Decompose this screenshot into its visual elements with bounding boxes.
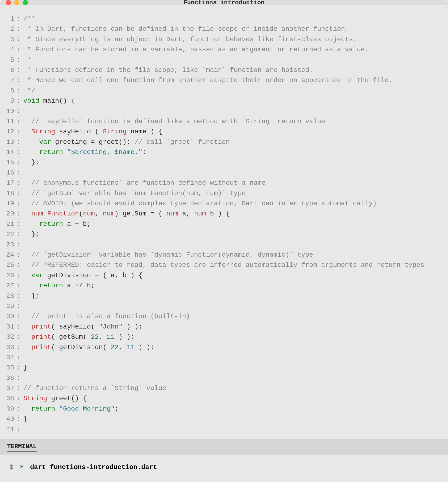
code-line[interactable]: 40:} xyxy=(0,414,448,424)
line-number: 31 xyxy=(0,322,16,332)
code-content: } xyxy=(24,414,27,424)
code-line[interactable]: 36: xyxy=(0,373,448,383)
code-line[interactable]: 22: }; xyxy=(0,229,448,239)
code-line[interactable]: 4: * Functions can be stored in a variab… xyxy=(0,44,448,55)
arrow-icon: ➤ xyxy=(17,464,26,471)
code-line[interactable]: 41: xyxy=(0,424,448,434)
code-line[interactable]: 34: xyxy=(0,352,448,362)
titlebar[interactable]: Functions introduction xyxy=(0,0,448,5)
code-line[interactable]: 12: String sayHello ( String name ) { xyxy=(0,127,448,137)
line-number: 32 xyxy=(0,332,16,342)
code-content: print( getSum( 22, 11 ) ); xyxy=(24,332,135,342)
code-line[interactable]: 10: xyxy=(0,106,448,116)
line-number: 24 xyxy=(0,250,16,260)
line-number: 19 xyxy=(0,198,16,209)
code-line[interactable]: 18: // `getSum` variable has `num Functi… xyxy=(0,188,448,198)
line-number: 14 xyxy=(0,147,16,157)
gutter-separator: : xyxy=(16,96,24,106)
gutter-separator: : xyxy=(16,404,24,414)
code-line[interactable]: 37:// function returns a `String` value xyxy=(0,383,448,393)
code-content: }; xyxy=(24,157,39,168)
code-line[interactable]: 16: xyxy=(0,168,448,178)
code-line[interactable]: 35:} xyxy=(0,362,448,373)
code-line[interactable]: 29: xyxy=(0,301,448,311)
code-line[interactable]: 26: var getDivision = ( a, b ) { xyxy=(0,270,448,281)
line-number: 1 xyxy=(0,14,16,24)
code-line[interactable]: 3: * Since everything is an object in Da… xyxy=(0,34,448,44)
code-content: }; xyxy=(24,229,39,239)
code-line[interactable]: 25: // PREFERRED: easier to read, data t… xyxy=(0,260,448,270)
code-line[interactable]: 38:String greet() { xyxy=(0,393,448,403)
minimize-icon[interactable] xyxy=(14,0,19,5)
gutter-separator: : xyxy=(16,178,24,188)
code-line[interactable]: 30: // `print` is also a function (built… xyxy=(0,311,448,321)
code-line[interactable]: 39: return "Good Morning"; xyxy=(0,404,448,414)
terminal-tabbar: TERMINAL xyxy=(0,439,448,455)
terminal-output[interactable]: $ ➤ dart functions-introduction.dart Goo… xyxy=(0,455,448,482)
code-content: // `print` is also a function (built-in) xyxy=(24,311,190,321)
line-number: 35 xyxy=(0,362,16,373)
line-number: 25 xyxy=(0,260,16,270)
line-number: 38 xyxy=(0,393,16,403)
code-content: return a ~/ b; xyxy=(24,281,95,291)
gutter-separator: : xyxy=(16,14,24,24)
gutter-separator: : xyxy=(16,322,24,332)
line-number: 29 xyxy=(0,301,16,311)
gutter-separator: : xyxy=(16,157,24,168)
code-content: // `getSum` variable has `num Function(n… xyxy=(24,188,246,198)
gutter-separator: : xyxy=(16,127,24,137)
gutter-separator: : xyxy=(16,116,24,127)
code-content: return "$greeting, $name."; xyxy=(24,147,147,157)
line-number: 18 xyxy=(0,188,16,198)
line-number: 5 xyxy=(0,55,16,65)
code-line[interactable]: 20: num Function(num, num) getSum = ( nu… xyxy=(0,209,448,219)
code-line[interactable]: 23: xyxy=(0,240,448,250)
code-line[interactable]: 32: print( getSum( 22, 11 ) ); xyxy=(0,332,448,342)
maximize-icon[interactable] xyxy=(23,0,28,5)
gutter-separator: : xyxy=(16,168,24,178)
code-content: var getDivision = ( a, b ) { xyxy=(24,270,142,281)
code-line[interactable]: 8: */ xyxy=(0,86,448,96)
code-line[interactable]: 6: * Functions defined in the file scope… xyxy=(0,65,448,75)
gutter-separator: : xyxy=(16,24,24,34)
line-number: 2 xyxy=(0,24,16,34)
line-number: 33 xyxy=(0,342,16,352)
code-line[interactable]: 27: return a ~/ b; xyxy=(0,281,448,291)
code-content: // AVOID: (we should avoid complex type … xyxy=(24,198,377,209)
code-editor[interactable]: 1:/**2: * In Dart, functions can be defi… xyxy=(0,5,448,439)
code-line[interactable]: 31: print( sayHello( "John" ) ); xyxy=(0,322,448,332)
tab-terminal[interactable]: TERMINAL xyxy=(7,443,37,452)
code-content: * Functions defined in the file scope, l… xyxy=(24,65,313,75)
code-line[interactable]: 2: * In Dart, functions can be defined i… xyxy=(0,24,448,34)
code-line[interactable]: 7: * Hence we can call one function from… xyxy=(0,75,448,85)
gutter-separator: : xyxy=(16,229,24,239)
code-line[interactable]: 19: // AVOID: (we should avoid complex t… xyxy=(0,198,448,209)
line-number: 9 xyxy=(0,96,16,106)
code-line[interactable]: 9:void main() { xyxy=(0,96,448,106)
code-line[interactable]: 14: return "$greeting, $name."; xyxy=(0,147,448,157)
line-number: 34 xyxy=(0,352,16,362)
code-line[interactable]: 1:/** xyxy=(0,14,448,24)
code-line[interactable]: 15: }; xyxy=(0,157,448,168)
line-number: 7 xyxy=(0,75,16,85)
code-content: // `getDivision` variable has `dynamic F… xyxy=(24,250,313,260)
gutter-separator: : xyxy=(16,34,24,44)
code-line[interactable]: 17: // anonymous functions` are function… xyxy=(0,178,448,188)
code-content: * In Dart, functions can be defined in t… xyxy=(24,24,349,34)
code-line[interactable]: 11: // `sayHello` function is defined li… xyxy=(0,116,448,127)
code-content: * Since everything is an object in Dart,… xyxy=(24,34,357,44)
code-content: print( sayHello( "John" ) ); xyxy=(24,322,142,332)
gutter-separator: : xyxy=(16,342,24,352)
gutter-separator: : xyxy=(16,260,24,270)
code-content: * xyxy=(24,55,31,65)
gutter-separator: : xyxy=(16,311,24,321)
code-line[interactable]: 33: print( getDivision( 22, 11 ) ); xyxy=(0,342,448,352)
code-line[interactable]: 24: // `getDivision` variable has `dynam… xyxy=(0,250,448,260)
code-line[interactable]: 5: * xyxy=(0,55,448,65)
close-icon[interactable] xyxy=(6,0,11,5)
code-line[interactable]: 13: var greeting = greet(); // call `gre… xyxy=(0,137,448,147)
line-number: 27 xyxy=(0,281,16,291)
gutter-separator: : xyxy=(16,198,24,209)
code-line[interactable]: 21: return a + b; xyxy=(0,219,448,229)
code-line[interactable]: 28: }; xyxy=(0,291,448,301)
